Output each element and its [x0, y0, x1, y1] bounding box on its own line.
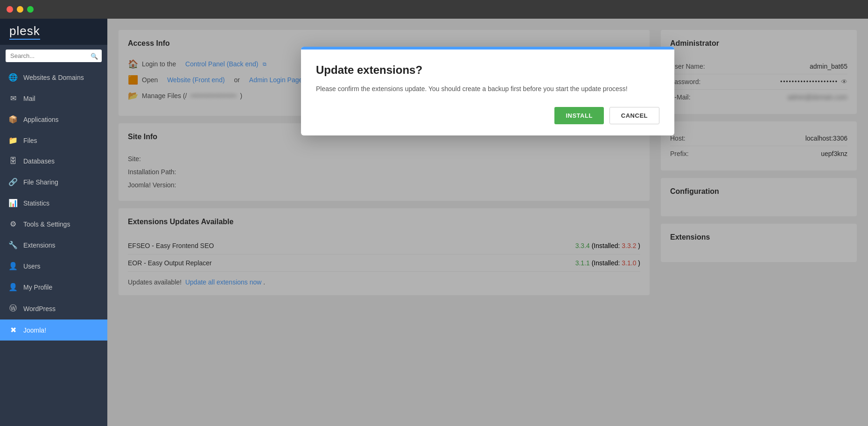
mac-titlebar: [0, 0, 868, 19]
sidebar-item-label: My Profile: [23, 284, 52, 291]
minimize-button[interactable]: [17, 6, 23, 13]
search-input[interactable]: [6, 50, 102, 62]
sidebar-item-label: Extensions: [23, 241, 55, 249]
mail-icon: ✉: [8, 94, 18, 103]
plesk-logo: plesk: [9, 24, 40, 40]
sidebar-item-label: Joomla!: [23, 327, 46, 334]
sidebar-item-label: WordPress: [23, 305, 56, 312]
sidebar-item-label: Databases: [23, 157, 55, 165]
sidebar-item-label: Applications: [23, 116, 59, 123]
joomla-icon: ✖: [8, 326, 18, 334]
filesharing-icon: 🔗: [8, 178, 18, 186]
search-wrapper: 🔍: [6, 50, 102, 62]
sidebar-item-label: Websites & Domains: [23, 74, 84, 81]
main-content: Access Info 🏠 Login to the Control Panel…: [107, 19, 868, 426]
myprofile-icon: 👤: [8, 283, 18, 291]
applications-icon: 📦: [8, 115, 18, 124]
sidebar-item-tools[interactable]: ⚙ Tools & Settings: [0, 213, 107, 234]
databases-icon: 🗄: [8, 157, 18, 165]
sidebar-item-websites[interactable]: 🌐 Websites & Domains: [0, 67, 107, 88]
modal-overlay: Update extensions? Please confirm the ex…: [107, 19, 868, 426]
sidebar-item-filesharing[interactable]: 🔗 File Sharing: [0, 171, 107, 192]
sidebar-item-label: Users: [23, 263, 41, 270]
users-icon: 👤: [8, 262, 18, 270]
cancel-button[interactable]: CANCEL: [609, 107, 659, 124]
sidebar-item-databases[interactable]: 🗄 Databases: [0, 151, 107, 171]
sidebar-item-label: Files: [23, 137, 37, 144]
close-button[interactable]: [7, 6, 13, 13]
sidebar: plesk 🔍 🌐 Websites & Domains ✉ Mail 📦 Ap…: [0, 19, 107, 426]
sidebar-item-joomla[interactable]: ✖ Joomla!: [0, 320, 107, 341]
extensions-icon: 🔧: [8, 241, 18, 249]
sidebar-header: plesk: [0, 19, 107, 45]
statistics-icon: 📊: [8, 199, 18, 207]
sidebar-item-statistics[interactable]: 📊 Statistics: [0, 192, 107, 213]
search-icon: 🔍: [91, 52, 98, 59]
update-extensions-modal: Update extensions? Please confirm the ex…: [301, 47, 674, 135]
modal-body: Update extensions? Please confirm the ex…: [301, 50, 674, 135]
wordpress-icon: Ⓦ: [8, 304, 18, 313]
sidebar-item-myprofile[interactable]: 👤 My Profile: [0, 277, 107, 298]
tools-icon: ⚙: [8, 220, 18, 228]
install-button[interactable]: INSTALL: [554, 107, 603, 124]
modal-description: Please confirm the extensions update. Yo…: [316, 84, 659, 94]
websites-icon: 🌐: [8, 73, 18, 82]
app-window: plesk 🔍 🌐 Websites & Domains ✉ Mail 📦 Ap…: [0, 19, 868, 426]
sidebar-item-label: Statistics: [23, 199, 49, 207]
sidebar-item-label: File Sharing: [23, 178, 58, 186]
files-icon: 📁: [8, 136, 18, 145]
maximize-button[interactable]: [27, 6, 34, 13]
sidebar-item-label: Tools & Settings: [23, 220, 70, 228]
sidebar-item-mail[interactable]: ✉ Mail: [0, 88, 107, 109]
sidebar-item-wordpress[interactable]: Ⓦ WordPress: [0, 298, 107, 320]
sidebar-item-applications[interactable]: 📦 Applications: [0, 109, 107, 130]
modal-actions: INSTALL CANCEL: [316, 107, 659, 124]
search-bar: 🔍: [0, 45, 107, 67]
sidebar-item-users[interactable]: 👤 Users: [0, 256, 107, 277]
modal-title: Update extensions?: [316, 64, 659, 77]
sidebar-item-files[interactable]: 📁 Files: [0, 130, 107, 151]
sidebar-nav: 🌐 Websites & Domains ✉ Mail 📦 Applicatio…: [0, 67, 107, 426]
sidebar-item-extensions[interactable]: 🔧 Extensions: [0, 234, 107, 256]
sidebar-item-label: Mail: [23, 95, 35, 102]
